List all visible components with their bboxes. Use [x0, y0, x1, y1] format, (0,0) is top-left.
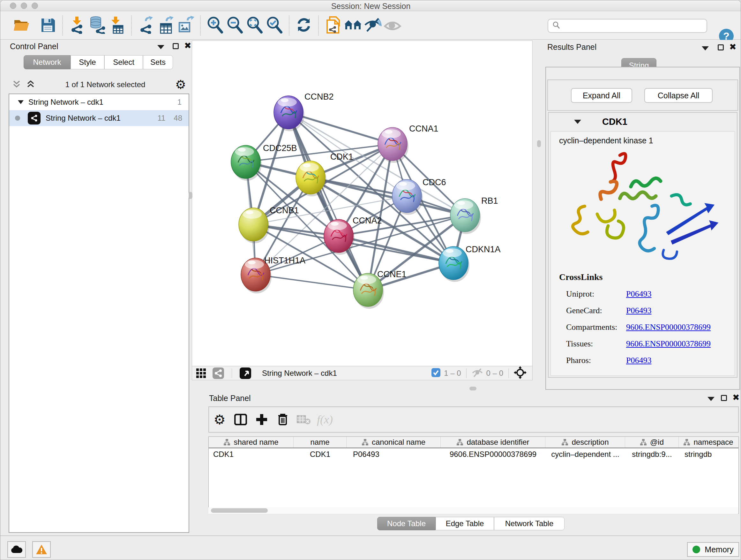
tab-sets[interactable]: Sets	[143, 55, 173, 69]
export-network-button[interactable]	[136, 16, 156, 36]
edge-HIST1H1A-CCNE1[interactable]	[256, 274, 368, 290]
tissues-link[interactable]: 9606.ENSP00000378699	[626, 339, 711, 349]
homes-icon-button[interactable]	[343, 16, 363, 36]
table-row[interactable]: CDK1 CDK1 P06493 9606.ENSP00000378699 cy…	[209, 448, 738, 460]
tab-style[interactable]: Style	[71, 55, 105, 69]
search-field[interactable]	[548, 19, 707, 33]
zoom-out-icon	[226, 16, 244, 35]
shared-column-icon	[361, 439, 368, 446]
table-horizontal-scrollbar[interactable]	[208, 507, 738, 514]
network-collection-row[interactable]: String Network – cdk1 1	[9, 94, 189, 110]
node-CCNB2[interactable]	[274, 96, 305, 131]
zoom-selected-button[interactable]	[265, 16, 284, 36]
uniprot-link[interactable]: P06493	[626, 289, 651, 299]
control-panel-float-icon[interactable]	[173, 43, 179, 49]
warnings-button[interactable]	[32, 541, 51, 558]
node-CDC25B[interactable]	[231, 145, 262, 181]
column-header-name[interactable]: name	[293, 437, 347, 448]
protein-section-header[interactable]: CDK1	[549, 113, 737, 131]
table-type-tabs: Node Table Edge Table Network Table	[377, 517, 564, 530]
expand-all-button[interactable]: Expand All	[571, 88, 632, 103]
string-network-graph[interactable]: CCNB2CCNA1CDC25BCDK1CDC6RB1CCNB1CCNA2CDK…	[192, 41, 532, 366]
delete-column-trash-icon[interactable]	[272, 410, 293, 429]
function-builder-icon-disabled: f(x)	[314, 410, 335, 429]
expand-all-networks-icon[interactable]	[26, 79, 36, 90]
tab-select[interactable]: Select	[105, 55, 143, 69]
column-header-id[interactable]: @id	[625, 437, 679, 448]
memory-button[interactable]: Memory	[687, 542, 739, 557]
node-CDKN1A[interactable]	[439, 246, 469, 282]
hidden-eye-slash-icon[interactable]	[472, 368, 483, 379]
zoom-in-button[interactable]	[205, 16, 225, 36]
results-panel-close-icon[interactable]: ✖	[729, 43, 737, 51]
tab-network[interactable]: Network	[23, 55, 71, 69]
open-file-button[interactable]	[12, 16, 31, 36]
save-session-button[interactable]	[38, 16, 58, 36]
show-columns-icon[interactable]	[230, 410, 251, 429]
control-panel-close-icon[interactable]: ✖	[184, 41, 192, 50]
zoom-selected-icon	[266, 16, 283, 35]
edge-CCNA2-CDKN1A[interactable]	[339, 236, 454, 263]
node-RB1[interactable]	[450, 199, 481, 234]
eye-icon	[384, 18, 401, 33]
open-in-window-icon[interactable]	[237, 364, 254, 383]
export-table-button[interactable]	[156, 16, 176, 36]
column-header-database-identifier[interactable]: database identifier	[441, 437, 545, 448]
crosslinks-block: CrossLinks Uniprot: P06493 GeneCard: P06…	[559, 272, 711, 365]
network-options-gear-icon[interactable]: ⚙	[175, 78, 186, 91]
create-column-plus-icon[interactable]	[251, 410, 272, 429]
table-panel-close-icon[interactable]: ✖	[732, 393, 740, 401]
zoom-fit-button[interactable]	[245, 16, 265, 36]
tab-edge-table[interactable]: Edge Table	[435, 517, 494, 530]
apply-layout-button[interactable]	[294, 16, 314, 36]
hide-items-button[interactable]	[363, 16, 383, 36]
column-header-description[interactable]: description	[545, 437, 625, 448]
collapse-all-button[interactable]: Collapse All	[644, 88, 713, 103]
results-panel-menu-icon[interactable]	[702, 46, 709, 51]
database-import-icon	[88, 16, 106, 35]
table-export-icon	[158, 16, 174, 35]
string-import-button[interactable]	[323, 16, 343, 36]
network-status-dot	[15, 116, 20, 121]
right-splitter-handle[interactable]	[537, 140, 541, 147]
collapse-all-networks-icon[interactable]	[12, 79, 21, 90]
table-options-gear-icon[interactable]: ⚙	[209, 410, 230, 429]
results-panel-float-icon[interactable]	[718, 44, 724, 51]
control-panel-menu-icon[interactable]	[157, 45, 164, 49]
genecard-link[interactable]: P06493	[626, 306, 651, 315]
show-items-button[interactable]	[383, 16, 402, 36]
table-panel-menu-icon[interactable]	[708, 397, 715, 401]
section-collapse-icon[interactable]	[574, 120, 581, 124]
cloud-status-button[interactable]	[7, 541, 26, 558]
search-icon	[552, 21, 560, 30]
network-canvas[interactable]: CCNB2CCNA1CDC25BCDK1CDC6RB1CCNB1CCNA2CDK…	[192, 41, 533, 366]
import-network-button[interactable]	[67, 16, 87, 36]
selected-checkbox-icon[interactable]	[431, 368, 441, 379]
refresh-icon	[295, 17, 312, 35]
protein-name: CDK1	[602, 117, 627, 127]
scrollbar-thumb[interactable]	[211, 508, 268, 513]
node-CCNB1[interactable]	[239, 208, 269, 243]
export-image-button[interactable]	[176, 16, 196, 36]
collection-expand-icon[interactable]	[17, 98, 24, 107]
import-network-from-database-button[interactable]	[87, 16, 107, 36]
bottom-splitter-handle[interactable]	[469, 387, 476, 390]
node-CCNA1[interactable]	[378, 127, 408, 163]
tab-node-table[interactable]: Node Table	[377, 517, 435, 530]
tab-network-table[interactable]: Network Table	[494, 517, 564, 530]
column-header-shared-name[interactable]: shared name	[209, 437, 293, 448]
network-row-selected[interactable]: String Network – cdk1 11 48	[9, 110, 189, 126]
zoom-out-button[interactable]	[225, 16, 245, 36]
import-table-button[interactable]	[107, 16, 127, 36]
column-header-namespace[interactable]: namespace	[679, 437, 738, 448]
birds-eye-grid-icon[interactable]	[192, 364, 210, 383]
node-CDC6[interactable]	[392, 179, 423, 215]
column-header-canonical-name[interactable]: canonical name	[347, 437, 441, 448]
node-CDK1[interactable]	[296, 161, 327, 196]
left-splitter-handle[interactable]	[189, 192, 192, 199]
table-panel-float-icon[interactable]	[721, 395, 727, 401]
compartments-link[interactable]: 9606.ENSP00000378699	[626, 322, 711, 332]
pharos-link[interactable]: P06493	[626, 356, 651, 365]
search-input[interactable]	[560, 21, 697, 30]
crosshair-icon[interactable]	[514, 366, 527, 380]
